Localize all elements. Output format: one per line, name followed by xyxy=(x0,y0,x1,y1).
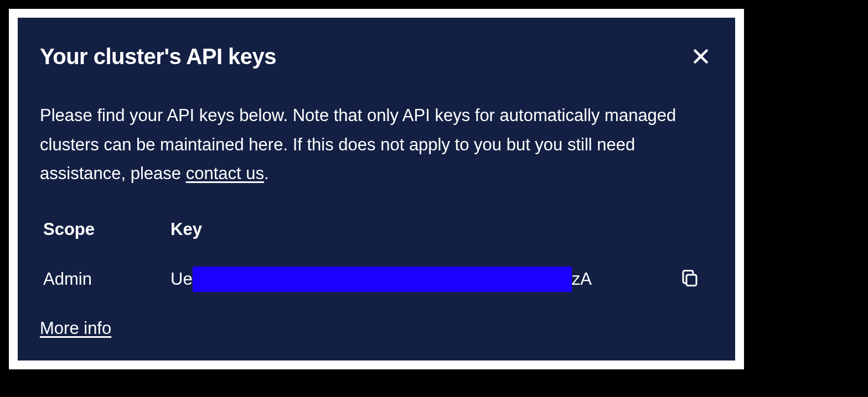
description-text-1: Please find your API keys below. Note th… xyxy=(40,106,676,183)
scope-column-header: Scope xyxy=(43,220,170,239)
key-column-header: Key xyxy=(170,220,202,239)
copy-key-button[interactable] xyxy=(678,266,702,292)
contact-us-link[interactable]: contact us xyxy=(186,164,264,183)
scope-value: Admin xyxy=(43,269,170,289)
close-icon xyxy=(691,46,711,68)
table-header-row: Scope Key xyxy=(40,220,713,239)
more-info-link[interactable]: More info xyxy=(40,318,111,338)
key-cell: Ue zA xyxy=(170,266,713,292)
modal-description: Please find your API keys below. Note th… xyxy=(40,101,713,189)
key-suffix: zA xyxy=(572,269,592,289)
table-row: Admin Ue zA xyxy=(40,266,713,292)
svg-rect-2 xyxy=(686,275,696,286)
key-redacted-block xyxy=(193,267,572,292)
copy-icon xyxy=(680,268,700,290)
description-text-2: . xyxy=(264,164,269,183)
key-prefix: Ue xyxy=(170,269,193,289)
modal-title: Your cluster's API keys xyxy=(40,44,276,69)
api-keys-modal: Your cluster's API keys Please find your… xyxy=(18,18,735,361)
modal-header: Your cluster's API keys xyxy=(40,44,713,70)
close-button[interactable] xyxy=(689,44,713,70)
